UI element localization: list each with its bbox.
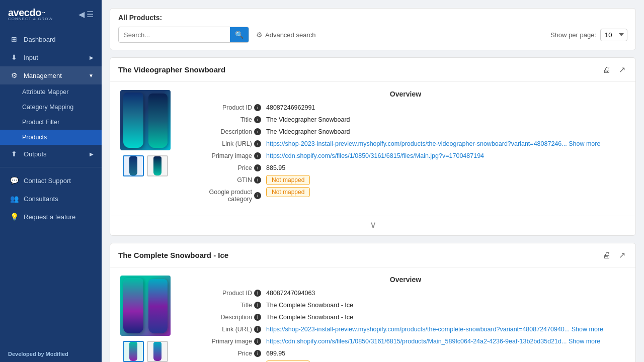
filter-icon: ⚙ xyxy=(256,31,263,39)
thumb-ice-img-2 xyxy=(153,342,162,361)
sidebar-item-products[interactable]: Products xyxy=(0,130,102,145)
title-info-icon[interactable]: i xyxy=(254,116,261,123)
link-label: Link (URL) i xyxy=(186,140,266,147)
search-input[interactable] xyxy=(119,28,230,42)
link-value-2[interactable]: https://shop-2023-install-preview.myshop… xyxy=(266,326,625,333)
price-info-icon[interactable]: i xyxy=(254,164,261,171)
main-content: All Products: 🔍 ⚙ Advanced search Show p… xyxy=(102,0,644,362)
print-button-1[interactable]: 🖨 xyxy=(601,64,613,75)
overview-row-description-2: Description i The Complete Snowboard - I… xyxy=(186,314,625,321)
snowboard-image-2 xyxy=(148,94,168,148)
snowboard-image-1 xyxy=(123,93,143,148)
gtin-badge: Not mapped xyxy=(266,175,310,185)
product-card-1: The Videographer Snowboard 🖨 ↗ xyxy=(110,57,636,236)
overview-row-link-2: Link (URL) i https://shop-2023-install-p… xyxy=(186,326,625,333)
sidebar-item-category-mapping[interactable]: Category Mapping xyxy=(0,100,102,115)
primary-image-label-2: Primary image i xyxy=(186,338,266,345)
description-value: The Videographer Snowboard xyxy=(266,128,625,135)
arrow-icon: ▶ xyxy=(90,151,94,157)
primary-image-label: Primary image i xyxy=(186,152,266,159)
per-page-select[interactable]: 10 25 50 100 xyxy=(600,29,627,41)
link-value[interactable]: https://shop-2023-install-preview.myshop… xyxy=(266,140,625,147)
description-value-2: The Complete Snowboard - Ice xyxy=(266,314,625,321)
thumb-snowboard-img-1 xyxy=(129,156,137,175)
thumbnail-2-1[interactable] xyxy=(123,341,144,362)
expand-button-1[interactable]: ∨ xyxy=(110,216,635,235)
description-info-icon[interactable]: i xyxy=(254,128,261,135)
thumb-ice-img-1 xyxy=(129,342,137,361)
product-id-info-icon[interactable]: i xyxy=(254,104,261,111)
overview-row-product-id: Product ID i 48087246962991 xyxy=(186,104,625,111)
product-main-image-1 xyxy=(120,90,171,150)
sidebar-item-dashboard[interactable]: ⊞ Dashboard xyxy=(0,30,102,48)
thumb-snowboard-img-2 xyxy=(153,156,162,175)
print-button-2[interactable]: 🖨 xyxy=(601,249,613,261)
sidebar-toggle-button[interactable]: ◀☰ xyxy=(78,10,94,19)
sidebar-item-product-filter[interactable]: Product Filter xyxy=(0,115,102,130)
primary-image-value[interactable]: https://cdn.shopify.com/s/files/1/0850/3… xyxy=(266,152,625,159)
price-info-icon-2[interactable]: i xyxy=(254,350,261,357)
advanced-search-label: Advanced search xyxy=(265,31,315,39)
product-main-image-2 xyxy=(120,276,171,336)
overview-row-primary-image-2: Primary image i https://cdn.shopify.com/… xyxy=(186,338,625,345)
overview-title-2: Overview xyxy=(186,276,625,284)
price-label-2: Price i xyxy=(186,350,266,357)
management-icon: ⚙ xyxy=(10,71,19,79)
sidebar-item-management[interactable]: ⚙ Management ▼ xyxy=(0,66,102,84)
sidebar-item-consultants[interactable]: 👥 Consultants xyxy=(0,190,102,208)
product-title-2: The Complete Snowboard - Ice xyxy=(118,251,228,259)
thumbnail-row-1 xyxy=(123,155,168,176)
overview-section-1: Overview Product ID i 48087246962991 Tit… xyxy=(181,82,635,216)
sidebar-item-label: Input xyxy=(24,54,38,61)
price-value: 885.95 xyxy=(266,164,625,171)
category-mapping-label: Category Mapping xyxy=(22,104,73,111)
overview-row-price: Price i 885.95 xyxy=(186,164,625,171)
snowboard-ice-image-1 xyxy=(123,278,143,333)
attribute-mapper-label: Attribute Mapper xyxy=(22,88,68,96)
sidebar-item-outputs[interactable]: ⬆ Outputs ▶ xyxy=(0,145,102,163)
thumbnail-2-2[interactable] xyxy=(147,341,168,362)
sidebar-item-contact-support[interactable]: 💬 Contact Support xyxy=(0,171,102,190)
sidebar-item-input[interactable]: ⬇ Input ▶ xyxy=(0,48,102,66)
product-id-label: Product ID i xyxy=(186,104,266,111)
divider xyxy=(0,167,102,167)
products-label: Products xyxy=(22,134,47,141)
link-label-2: Link (URL) i xyxy=(186,326,266,333)
product-id-info-icon-2[interactable]: i xyxy=(254,290,261,297)
thumbnail-1-1[interactable] xyxy=(123,155,144,176)
google-category-info-icon[interactable]: i xyxy=(254,192,261,199)
page-title: All Products: xyxy=(118,14,627,22)
advanced-search-button[interactable]: ⚙ Advanced search xyxy=(256,31,315,39)
google-category-badge: Not mapped xyxy=(266,187,310,197)
title-value-2: The Complete Snowboard - Ice xyxy=(266,302,625,309)
consultants-icon: 👥 xyxy=(10,195,19,203)
thumbnail-1-2[interactable] xyxy=(147,155,168,176)
product-id-value-2: 48087247094063 xyxy=(266,290,625,297)
sidebar-footer: Developed by Modified xyxy=(0,346,102,362)
primary-image-value-2[interactable]: https://cdn.shopify.com/s/files/1/0850/3… xyxy=(266,338,625,345)
sidebar-nav: ⊞ Dashboard ⬇ Input ▶ ⚙ Management ▼ Att… xyxy=(0,26,102,346)
description-info-icon-2[interactable]: i xyxy=(254,314,261,321)
google-category-value: Not mapped xyxy=(266,189,625,196)
title-label: Title i xyxy=(186,116,266,123)
product-card-body-2: Overview Product ID i 48087247094063 Tit… xyxy=(110,267,635,362)
logo-dots: •• xyxy=(42,10,45,15)
primary-image-info-icon[interactable]: i xyxy=(254,152,261,159)
consultants-label: Consultants xyxy=(24,195,58,203)
gtin-info-icon[interactable]: i xyxy=(254,176,261,184)
sidebar-item-label: Dashboard xyxy=(24,36,56,43)
overview-section-2: Overview Product ID i 48087247094063 Tit… xyxy=(181,267,635,362)
primary-image-info-icon-2[interactable]: i xyxy=(254,338,261,345)
sidebar-item-request-feature[interactable]: 💡 Request a feature xyxy=(0,208,102,226)
request-feature-icon: 💡 xyxy=(10,213,19,221)
overview-row-google-category: Google product category i Not mapped xyxy=(186,189,625,203)
dashboard-icon: ⊞ xyxy=(10,35,19,43)
title-info-icon-2[interactable]: i xyxy=(254,302,261,309)
external-link-button-2[interactable]: ↗ xyxy=(617,249,627,261)
external-link-button-1[interactable]: ↗ xyxy=(617,64,627,75)
sidebar-item-attribute-mapper[interactable]: Attribute Mapper xyxy=(0,84,102,100)
search-button[interactable]: 🔍 xyxy=(230,27,249,42)
price-value-2: 699.95 xyxy=(266,350,625,357)
link-info-icon-2[interactable]: i xyxy=(254,326,261,333)
link-info-icon[interactable]: i xyxy=(254,140,261,147)
